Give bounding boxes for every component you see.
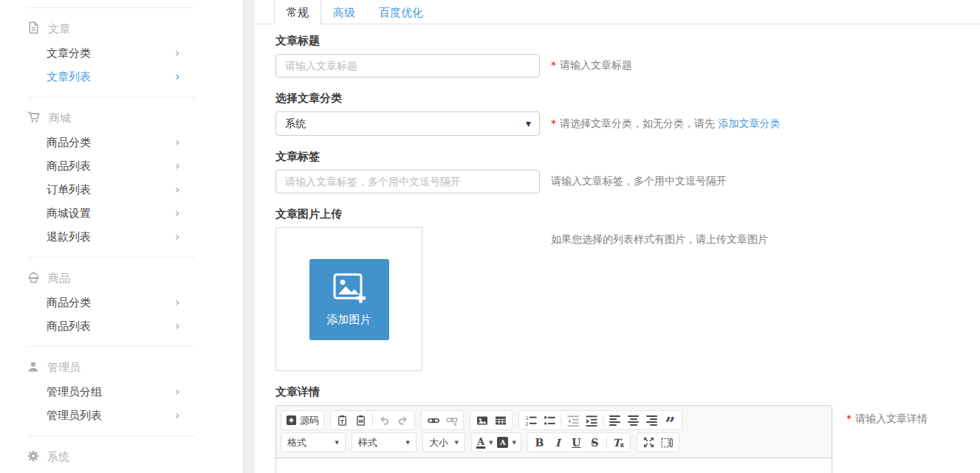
paste-text-button[interactable]: T — [333, 412, 352, 429]
outdent-icon — [567, 415, 579, 427]
field-article-detail: 文章详情 源码TW12”格式▼样式▼大小▼A▼A▼BIUSTx *请输入文章详情 — [275, 384, 980, 473]
sidebar-item-4-0[interactable]: 基本信息› — [0, 469, 243, 473]
tab-1[interactable]: 高级 — [321, 0, 367, 24]
sidebar-section-header-0: 文章 — [0, 17, 243, 41]
sidebar-item-1-3[interactable]: 商城设置› — [0, 201, 243, 225]
sidebar-item-3-0[interactable]: 管理员分组› — [0, 380, 243, 404]
sidebar-item-1-4[interactable]: 退款列表› — [0, 225, 243, 249]
sidebar-item-label: 商城设置 — [47, 207, 91, 220]
sidebar-section-header-1: 商城 — [0, 106, 243, 131]
undo-icon — [379, 415, 390, 426]
bulleted-list-button[interactable] — [540, 412, 558, 429]
align-right-button[interactable] — [643, 412, 661, 429]
sidebar-section-header-4: 系统 — [0, 445, 243, 469]
sidebar-section-header-2: 商品 — [0, 266, 243, 291]
article-category-label: 选择文章分类 — [275, 91, 980, 106]
sidebar-section-label: 系统 — [47, 450, 69, 464]
style-dropdown-label: 样式 — [358, 436, 377, 449]
sidebar-item-2-1[interactable]: 商品列表› — [0, 314, 243, 338]
sidebar-divider — [27, 346, 195, 347]
selected-category-value: 系统 — [285, 117, 306, 131]
show-blocks-button[interactable] — [658, 434, 676, 451]
redo-icon — [397, 415, 408, 426]
remove-format-button[interactable]: Tx — [609, 434, 628, 451]
numbered-list-icon: 12 — [525, 415, 537, 427]
basket-icon — [27, 271, 40, 286]
editor-button-group: 12” — [518, 410, 682, 430]
text-color-icon: A▼ — [476, 437, 493, 449]
editor-button-group: TW — [330, 410, 415, 430]
bg-color-icon: A▼ — [497, 437, 515, 448]
redo-button — [394, 412, 412, 429]
bold-button[interactable]: B — [530, 434, 549, 451]
format-dropdown[interactable]: 格式▼ — [281, 432, 346, 452]
size-dropdown[interactable]: 大小▼ — [422, 432, 465, 452]
underline-button[interactable]: U — [567, 434, 586, 451]
sidebar-item-1-1[interactable]: 商品列表› — [0, 154, 243, 178]
cart-icon — [27, 111, 41, 126]
required-asterisk: * — [846, 412, 851, 424]
field-article-tags: 文章标签 请输入文章标签，多个用中文逗号隔开 — [275, 149, 980, 193]
sidebar-item-label: 管理员列表 — [47, 409, 102, 422]
tab-2[interactable]: 百度优化 — [367, 0, 435, 24]
source-button[interactable]: 源码 — [284, 412, 321, 429]
sidebar-item-3-1[interactable]: 管理员列表› — [0, 404, 243, 427]
italic-button[interactable]: I — [549, 434, 567, 451]
article-image-upload-box[interactable]: 添加图片 — [275, 227, 422, 371]
bg-color-button[interactable]: A▼ — [495, 434, 518, 451]
text-color-button[interactable]: A▼ — [474, 434, 495, 451]
sidebar-item-0-1[interactable]: 文章列表› — [0, 65, 243, 89]
format-dropdown-label: 格式 — [287, 436, 306, 449]
editor-toolbar: 源码TW12”格式▼样式▼大小▼A▼A▼BIUSTx — [276, 406, 832, 458]
editor-toolbar-row: 格式▼样式▼大小▼A▼A▼BIUSTx — [281, 432, 827, 452]
blockquote-icon: ” — [665, 418, 676, 424]
article-category-select[interactable]: 系统 ▼ — [275, 111, 540, 136]
sidebar-item-1-0[interactable]: 商品分类› — [0, 131, 243, 154]
tab-0[interactable]: 常规 — [274, 0, 321, 24]
add-category-link[interactable]: 添加文章分类 — [718, 117, 780, 129]
editor-content-area[interactable] — [276, 458, 832, 473]
numbered-list-button[interactable]: 12 — [521, 412, 540, 429]
sidebar-item-2-0[interactable]: 商品分类› — [0, 291, 243, 314]
sidebar-item-label: 管理员分组 — [47, 385, 102, 398]
table-button[interactable] — [491, 412, 510, 429]
editor-button-group — [470, 410, 513, 430]
undo-button — [375, 412, 394, 429]
sidebar-item-label: 商品列表 — [47, 320, 91, 333]
strikethrough-icon: S — [591, 437, 598, 449]
sidebar-item-1-2[interactable]: 订单列表› — [0, 178, 243, 201]
required-asterisk: * — [551, 117, 556, 129]
article-tags-input[interactable] — [275, 170, 540, 193]
indent-icon — [586, 415, 597, 427]
align-left-button[interactable] — [606, 412, 624, 429]
blockquote-button[interactable]: ” — [661, 412, 679, 429]
bold-icon: B — [535, 437, 544, 449]
sidebar-section-label: 管理员 — [47, 361, 80, 375]
chevron-right-icon: › — [175, 469, 179, 473]
indent-button[interactable] — [582, 412, 600, 429]
link-button[interactable] — [424, 412, 442, 429]
outdent-button — [563, 412, 582, 429]
style-dropdown[interactable]: 样式▼ — [352, 432, 417, 452]
field-article-category: 选择文章分类 系统 ▼ *请选择文章分类，如无分类，请先 添加文章分类 — [275, 91, 980, 136]
caret-down-icon: ▼ — [406, 440, 410, 446]
sidebar-divider — [27, 7, 195, 8]
maximize-button[interactable] — [640, 434, 658, 451]
paste-word-icon: W — [355, 415, 366, 426]
add-image-button-label: 添加图片 — [327, 313, 371, 327]
maximize-icon — [643, 437, 654, 448]
sidebar: 文章文章分类›文章列表›商城商品分类›商品列表›订单列表›商城设置›退款列表›商… — [0, 0, 244, 473]
strikethrough-button[interactable]: S — [586, 434, 604, 451]
sidebar-divider — [27, 435, 195, 436]
toolbar-separator — [606, 436, 607, 449]
image-button[interactable] — [473, 412, 491, 429]
article-title-note: *请输入文章标题 — [551, 59, 632, 72]
paste-text-icon: T — [337, 415, 348, 426]
align-center-button[interactable] — [624, 412, 643, 429]
article-title-input[interactable] — [275, 54, 540, 77]
add-image-button[interactable]: 添加图片 — [309, 259, 389, 340]
sidebar-item-0-0[interactable]: 文章分类› — [0, 41, 243, 65]
paste-word-button[interactable]: W — [352, 412, 370, 429]
article-image-label: 文章图片上传 — [275, 207, 980, 221]
article-image-note: 如果您选择的列表样式有图片，请上传文章图片 — [551, 233, 768, 246]
